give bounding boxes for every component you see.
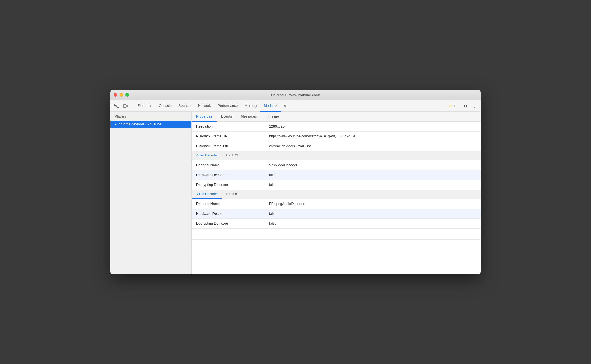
prop-key: Resolution	[192, 122, 265, 132]
tab-media-close[interactable]: ✕	[275, 104, 278, 108]
table-row: Hardware Decoder false	[192, 209, 481, 219]
sidebar: Players ▶ chrome devtools - YouTube	[110, 112, 192, 274]
prop-value: 1280x720	[265, 122, 481, 132]
empty-row	[192, 240, 481, 251]
separator	[132, 103, 132, 109]
prop-value: false	[265, 219, 481, 229]
tab-video-track1[interactable]: Track #1	[222, 151, 242, 160]
audio-decoder-tabs: Audio Decoder Track #1	[192, 190, 481, 199]
main-content: Players ▶ chrome devtools - YouTube Prop…	[110, 112, 481, 274]
settings-button[interactable]: ⚙	[462, 102, 469, 110]
video-decoder-header: Video Decoder Track #1	[192, 151, 481, 160]
svg-rect-1	[123, 105, 126, 107]
table-row: Playback Frame URL https://www.youtube.c…	[192, 132, 481, 141]
empty-row	[192, 229, 481, 240]
prop-value: VpxVideoDecoder	[265, 160, 481, 170]
inspect-icon[interactable]	[113, 102, 120, 110]
panel-tabs: Properties Events Messages Timeline	[192, 112, 481, 122]
tab-timeline[interactable]: Timeline	[261, 112, 283, 122]
devtools-window: DevTools - www.youtube.com/ Elements Con…	[110, 90, 481, 274]
tab-audio-track1[interactable]: Track #1	[222, 190, 242, 199]
table-row: Decrypting Demuxer false	[192, 180, 481, 190]
prop-value: https://www.youtube.com/watch?v=e1gAyQuI…	[265, 132, 481, 141]
prop-key: Decoder Name	[192, 199, 265, 209]
tab-messages[interactable]: Messages	[236, 112, 261, 122]
tab-performance[interactable]: Performance	[214, 101, 241, 112]
prop-value: false	[265, 170, 481, 180]
sidebar-item-youtube[interactable]: ▶ chrome devtools - YouTube	[110, 121, 191, 128]
title-bar: DevTools - www.youtube.com/	[110, 90, 481, 100]
tab-properties[interactable]: Properties	[192, 112, 217, 122]
prop-value: false	[265, 180, 481, 190]
more-menu-button[interactable]: ⋮	[471, 102, 478, 110]
tab-elements[interactable]: Elements	[134, 101, 155, 112]
video-decoder-tabs: Video Decoder Track #1	[192, 151, 481, 160]
svg-rect-2	[126, 105, 127, 107]
tab-bar: Elements Console Sources Network Perform…	[134, 100, 446, 111]
prop-key: Decoder Name	[192, 160, 265, 170]
audio-decoder-header: Audio Decoder Track #1	[192, 190, 481, 199]
tab-events[interactable]: Events	[217, 112, 236, 122]
sidebar-arrow-icon: ▶	[115, 123, 117, 126]
warning-badge[interactable]: ⚠ 1	[447, 103, 457, 109]
toolbar-right: ⚠ 1 ⚙ ⋮	[447, 102, 478, 110]
table-row: Decoder Name VpxVideoDecoder	[192, 160, 481, 170]
tab-network[interactable]: Network	[195, 101, 214, 112]
separator2	[459, 103, 459, 109]
table-row: Resolution 1280x720	[192, 122, 481, 132]
device-icon[interactable]	[122, 102, 129, 110]
traffic-lights	[114, 93, 129, 97]
devtools-toolbar: Elements Console Sources Network Perform…	[110, 100, 481, 112]
table-row: Decrypting Demuxer false	[192, 219, 481, 229]
tab-media[interactable]: Media ✕	[260, 101, 281, 112]
window-title: DevTools - www.youtube.com/	[271, 93, 320, 97]
tab-audio-decoder[interactable]: Audio Decoder	[192, 190, 222, 199]
prop-key: Playback Frame URL	[192, 132, 265, 141]
minimize-button[interactable]	[120, 93, 123, 97]
panel: Properties Events Messages Timeline	[192, 112, 481, 274]
sidebar-header: Players	[110, 112, 191, 121]
tab-sources[interactable]: Sources	[175, 101, 195, 112]
more-tabs-button[interactable]: »	[281, 102, 289, 110]
table-row: Playback Frame Title chrome devtools - Y…	[192, 141, 481, 151]
prop-value: FFmpegAudioDecoder	[265, 199, 481, 209]
tab-console[interactable]: Console	[155, 101, 175, 112]
table-row: Hardware Decoder false	[192, 170, 481, 180]
prop-value: false	[265, 209, 481, 219]
warning-count: 1	[453, 104, 455, 108]
prop-key: Playback Frame Title	[192, 141, 265, 151]
warning-icon: ⚠	[448, 104, 452, 108]
prop-key: Decrypting Demuxer	[192, 180, 265, 190]
prop-key: Hardware Decoder	[192, 209, 265, 219]
tab-memory[interactable]: Memory	[241, 101, 260, 112]
close-button[interactable]	[114, 93, 117, 97]
tab-video-decoder[interactable]: Video Decoder	[192, 151, 222, 160]
prop-key: Decrypting Demuxer	[192, 219, 265, 229]
table-row: Decoder Name FFmpegAudioDecoder	[192, 199, 481, 209]
panel-content: Resolution 1280x720 Playback Frame URL h…	[192, 122, 481, 274]
prop-value: chrome devtools - YouTube	[265, 141, 481, 151]
sidebar-item-label: chrome devtools - YouTube	[119, 122, 161, 126]
properties-table: Resolution 1280x720 Playback Frame URL h…	[192, 122, 481, 251]
prop-key: Hardware Decoder	[192, 170, 265, 180]
maximize-button[interactable]	[125, 93, 129, 97]
